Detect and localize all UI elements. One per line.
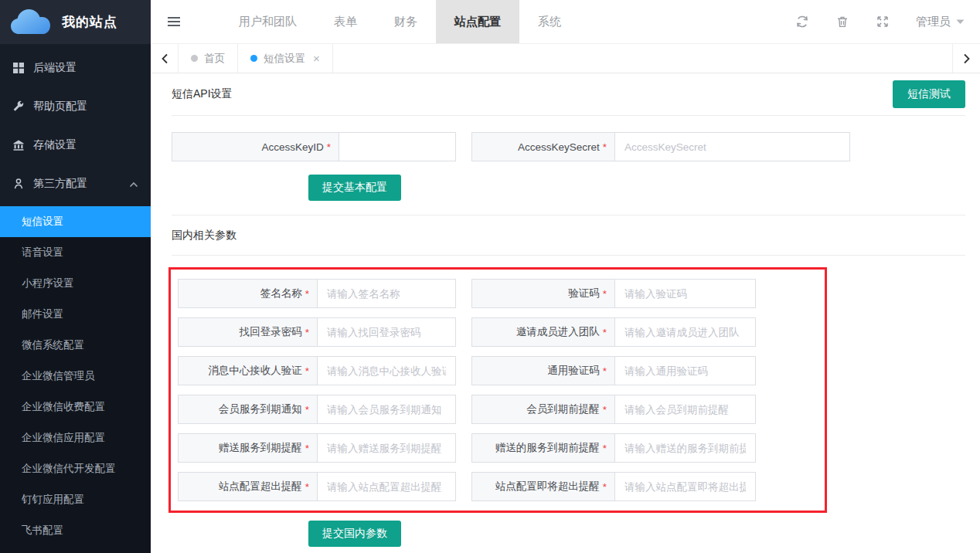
submenu-item-sms-settings[interactable]: 短信设置 [0, 206, 151, 237]
verify-code-input[interactable] [615, 280, 755, 307]
nav-item-users-teams[interactable]: 用户和团队 [220, 0, 315, 43]
fullscreen-icon[interactable] [876, 15, 890, 29]
highlight-box: 签名名称* 验证码* 找回登录密码* 邀请成员进入团队* [168, 267, 827, 513]
message-center-receiver-input[interactable] [318, 357, 455, 385]
form-field-site-config-about-to-exceed-reminder: 站点配置即将超出提醒* [471, 472, 756, 501]
sidebar-item-label: 第三方配置 [33, 177, 87, 191]
required-mark: * [305, 327, 309, 338]
member-service-expiry-notice-input[interactable] [318, 395, 455, 423]
submenu-item-wecom-billing-config[interactable]: 企业微信收费配置 [0, 392, 151, 422]
member-pre-expiry-reminder-input[interactable] [615, 395, 755, 423]
chevron-up-icon [129, 178, 138, 190]
trash-icon[interactable] [835, 15, 849, 29]
domestic-form-row: 消息中心接收人验证* 通用验证码* [178, 356, 825, 385]
menu-toggle-icon[interactable] [151, 0, 197, 43]
submenu-item-mail-settings[interactable]: 邮件设置 [0, 299, 151, 330]
form-field-invite-member: 邀请成员进入团队* [471, 317, 756, 347]
domestic-section-header: 国内相关参数 [172, 215, 965, 256]
field-label-text: 赠送服务到期提醒 [219, 441, 302, 455]
sms-test-button[interactable]: 短信测试 [893, 80, 965, 108]
site-config-about-to-exceed-reminder-input[interactable] [615, 473, 755, 500]
invite-member-input[interactable] [615, 318, 755, 346]
submenu-item-miniprogram-settings[interactable]: 小程序设置 [0, 268, 151, 299]
required-mark: * [603, 365, 607, 377]
navbar-tools: 管理员 [795, 0, 980, 43]
required-mark: * [305, 365, 309, 377]
nav-label: 财务 [394, 15, 417, 29]
required-mark: * [305, 443, 309, 454]
field-label-text: 找回登录密码 [240, 325, 302, 339]
api-section-header: 短信API设置 短信测试 [172, 73, 965, 116]
form-field-member-pre-expiry-reminder: 会员到期前提醒* [471, 395, 756, 424]
required-mark: * [603, 327, 607, 338]
submenu-label: 飞书配置 [22, 524, 63, 538]
submenu-item-feishu-config[interactable]: 飞书配置 [0, 515, 151, 546]
close-icon[interactable]: × [313, 53, 320, 64]
sidebar-item-third-party-config[interactable]: 第三方配置 [0, 165, 151, 203]
sidebar-item-help-page-config[interactable]: 帮助页配置 [0, 87, 151, 126]
general-verify-code-input[interactable] [615, 357, 755, 385]
admin-menu[interactable]: 管理员 [916, 15, 965, 29]
submenu-label: 微信系统配置 [22, 338, 84, 352]
site-config-exceed-reminder-input[interactable] [318, 473, 455, 500]
submit-domestic-params-button[interactable]: 提交国内参数 [308, 521, 401, 547]
tab-bar: 首页 短信设置 × [151, 44, 980, 73]
field-label: 签名名称* [179, 280, 318, 307]
sidebar-item-label: 存储设置 [33, 138, 77, 152]
field-label: 找回登录密码* [179, 318, 318, 346]
retrieve-password-input[interactable] [318, 318, 455, 346]
submenu-label: 邮件设置 [22, 307, 63, 321]
field-label-text: AccessKeySecret [518, 141, 600, 153]
tab-home[interactable]: 首页 [179, 44, 238, 73]
submenu-item-dingtalk-app-config[interactable]: 钉钉应用配置 [0, 484, 151, 515]
gift-service-expiry-reminder-input[interactable] [318, 434, 455, 462]
top-navbar: 用户和团队 表单 财务 站点配置 系统 [151, 0, 980, 44]
nav-item-finance[interactable]: 财务 [376, 0, 436, 43]
submenu-item-wecom-dev-config[interactable]: 企业微信代开发配置 [0, 453, 151, 484]
signature-name-input[interactable] [318, 280, 455, 307]
field-label: AccessKeyID * [172, 133, 339, 161]
api-form-row: AccessKeyID * AccessKeySecret * [172, 132, 965, 161]
refresh-icon[interactable] [795, 15, 809, 29]
gift-service-pre-expiry-reminder-input[interactable] [615, 434, 755, 462]
accesskeysecret-input[interactable] [615, 133, 849, 161]
nav-item-system[interactable]: 系统 [519, 0, 580, 43]
nav-label: 系统 [538, 15, 561, 29]
submenu-item-wechat-system-config[interactable]: 微信系统配置 [0, 330, 151, 361]
submenu-item-wecom-app-config[interactable]: 企业微信应用配置 [0, 422, 151, 453]
nav-item-site-config[interactable]: 站点配置 [436, 0, 519, 43]
submenu-label: 企业微信收费配置 [22, 400, 105, 414]
page-content: 短信API设置 短信测试 AccessKeyID * AccessKeySecr… [151, 73, 980, 553]
site-title: 我的站点 [62, 13, 117, 31]
tabs-scroll-left-icon[interactable] [151, 44, 179, 73]
field-label: AccessKeySecret * [472, 133, 615, 161]
submenu-label: 语音设置 [22, 246, 63, 260]
section-title: 国内相关参数 [172, 229, 236, 243]
sidebar-item-storage-settings[interactable]: 存储设置 [0, 126, 151, 165]
nav-item-forms[interactable]: 表单 [315, 0, 376, 43]
field-label: 站点配置超出提醒* [179, 473, 318, 500]
required-mark: * [603, 404, 607, 416]
tab-sms-settings[interactable]: 短信设置 × [238, 44, 333, 73]
bank-icon [12, 139, 25, 152]
submenu-item-voice-settings[interactable]: 语音设置 [0, 237, 151, 268]
field-label: 赠送的服务到期前提醒* [472, 434, 615, 462]
tab-label: 首页 [204, 52, 225, 66]
submenu-label: 钉钉应用配置 [22, 493, 84, 507]
field-label-text: AccessKeyID [261, 141, 323, 153]
submenu-item-wecom-admin[interactable]: 企业微信管理员 [0, 361, 151, 392]
domestic-form-row: 会员服务到期通知* 会员到期前提醒* [178, 395, 825, 424]
accesskeyid-input[interactable] [339, 133, 455, 161]
sidebar-item-backend-settings[interactable]: 后端设置 [0, 49, 151, 87]
form-field-gift-service-pre-expiry-reminder: 赠送的服务到期前提醒* [471, 433, 756, 463]
domestic-submit-row: 提交国内参数 [172, 521, 965, 547]
submit-basic-config-button[interactable]: 提交基本配置 [308, 175, 401, 201]
sidebar-submenu: 短信设置 语音设置 小程序设置 邮件设置 微信系统配置 企业微信管理员 企业微信… [0, 206, 151, 553]
field-label: 消息中心接收人验证* [179, 357, 318, 385]
cloud-logo-icon [8, 6, 53, 39]
user-icon [12, 178, 25, 191]
required-mark: * [305, 288, 309, 300]
submenu-label: 企业微信代开发配置 [22, 462, 116, 476]
tabs-scroll-right-icon[interactable] [952, 44, 980, 73]
required-mark: * [327, 141, 331, 153]
